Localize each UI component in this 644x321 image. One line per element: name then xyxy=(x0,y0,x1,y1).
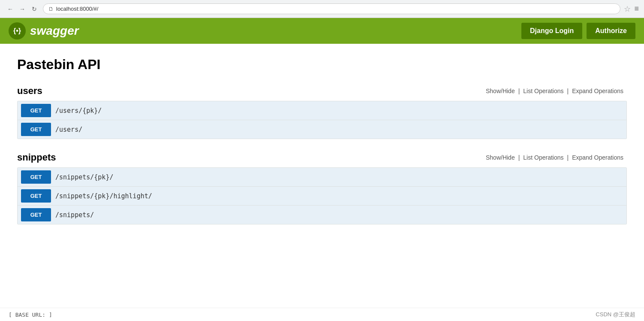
address-bar[interactable]: 🗋 xyxy=(43,3,620,14)
snippets-section-header: snippets Show/Hide | List Operations | E… xyxy=(17,152,627,163)
api-title: Pastebin API xyxy=(17,57,627,73)
get-badge-users-pk: GET xyxy=(21,104,51,117)
snippets-section: snippets Show/Hide | List Operations | E… xyxy=(17,152,627,224)
users-operations-list: GET /users/{pk}/ GET /users/ xyxy=(17,101,627,139)
users-expand-operations-link[interactable]: Expand Operations xyxy=(569,88,627,94)
url-input[interactable] xyxy=(56,6,615,12)
users-section-name: users xyxy=(17,85,42,97)
path-users-pk: /users/{pk}/ xyxy=(55,107,102,115)
reload-button[interactable]: ↻ xyxy=(29,4,39,14)
django-login-button[interactable]: Django Login xyxy=(521,23,582,39)
path-users: /users/ xyxy=(55,126,82,133)
users-section-header: users Show/Hide | List Operations | Expa… xyxy=(17,85,627,97)
path-snippets: /snippets/ xyxy=(55,211,94,219)
table-row[interactable]: GET /users/{pk}/ xyxy=(18,101,626,120)
table-row[interactable]: GET /snippets/{pk}/ xyxy=(18,168,626,187)
menu-icon[interactable]: ≡ xyxy=(634,4,639,13)
browser-chrome: ← → ↻ 🗋 ☆ ≡ xyxy=(0,0,644,18)
get-badge-snippets-pk-highlight: GET xyxy=(21,189,51,203)
snippets-section-controls: Show/Hide | List Operations | Expand Ope… xyxy=(482,154,627,161)
snippets-operations-list: GET /snippets/{pk}/ GET /snippets/{pk}/h… xyxy=(17,167,627,224)
forward-button[interactable]: → xyxy=(17,4,27,14)
main-content: Pastebin API users Show/Hide | List Oper… xyxy=(0,44,644,250)
users-list-operations-link[interactable]: List Operations xyxy=(520,88,567,94)
path-snippets-pk: /snippets/{pk}/ xyxy=(55,173,113,181)
swagger-logo: {•} swagger xyxy=(9,22,79,39)
swagger-icon: {•} xyxy=(9,22,26,39)
table-row[interactable]: GET /snippets/{pk}/highlight/ xyxy=(18,187,626,206)
authorize-button[interactable]: Authorize xyxy=(587,23,635,39)
users-show-hide-link[interactable]: Show/Hide xyxy=(482,88,518,94)
swagger-title-text: swagger xyxy=(30,24,79,38)
table-row[interactable]: GET /snippets/ xyxy=(18,206,626,224)
back-button[interactable]: ← xyxy=(5,4,15,14)
users-section-controls: Show/Hide | List Operations | Expand Ope… xyxy=(482,88,627,94)
table-row[interactable]: GET /users/ xyxy=(18,120,626,139)
swagger-header: {•} swagger Django Login Authorize xyxy=(0,18,644,44)
browser-nav: ← → ↻ xyxy=(5,4,39,14)
bookmark-icon[interactable]: ☆ xyxy=(624,4,631,14)
page-icon: 🗋 xyxy=(48,6,54,12)
snippets-show-hide-link[interactable]: Show/Hide xyxy=(482,154,518,161)
users-section: users Show/Hide | List Operations | Expa… xyxy=(17,85,627,139)
get-badge-snippets: GET xyxy=(21,208,51,221)
get-badge-users: GET xyxy=(21,123,51,136)
get-badge-snippets-pk: GET xyxy=(21,170,51,184)
snippets-list-operations-link[interactable]: List Operations xyxy=(520,154,567,161)
snippets-expand-operations-link[interactable]: Expand Operations xyxy=(569,154,627,161)
path-snippets-pk-highlight: /snippets/{pk}/highlight/ xyxy=(55,192,152,200)
header-buttons: Django Login Authorize xyxy=(521,23,635,39)
snippets-section-name: snippets xyxy=(17,152,56,163)
